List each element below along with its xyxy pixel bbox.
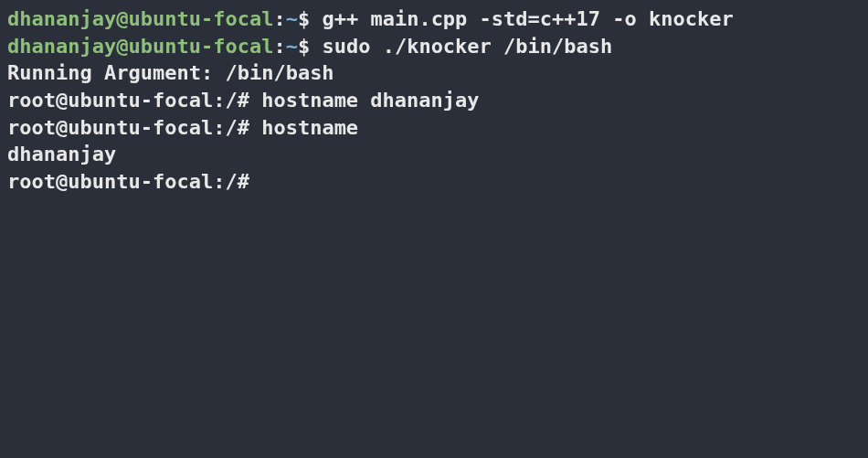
prompt-sigil: $ [298, 35, 310, 58]
prompt-root: root@ubuntu-focal:/# [7, 89, 249, 112]
prompt-root: root@ubuntu-focal:/# [7, 116, 249, 139]
prompt-at: @ [116, 35, 128, 58]
terminal-line[interactable]: dhananjay@ubuntu-focal:~$ sudo ./knocker… [7, 33, 861, 60]
prompt-at: @ [116, 7, 128, 30]
prompt-user: dhananjay [7, 7, 116, 30]
command-text: sudo ./knocker /bin/bash [322, 35, 612, 58]
prompt-colon: : [273, 7, 285, 30]
terminal-line[interactable]: root@ubuntu-focal:/# hostname [7, 114, 861, 142]
prompt-sigil: $ [298, 7, 310, 30]
terminal-line[interactable]: dhananjay@ubuntu-focal:~$ g++ main.cpp -… [7, 5, 861, 33]
terminal-line[interactable]: root@ubuntu-focal:/# hostname dhananjay [7, 87, 861, 114]
prompt-host: ubuntu-focal [128, 7, 273, 30]
command-text: g++ main.cpp -std=c++17 -o knocker [322, 7, 733, 30]
terminal-output: Running Argument: /bin/bash [7, 59, 861, 87]
terminal-output: dhananjay [7, 141, 861, 168]
prompt-root: root@ubuntu-focal:/# [7, 170, 249, 193]
command-text: hostname dhananjay [261, 89, 479, 112]
terminal-line[interactable]: root@ubuntu-focal:/# [7, 168, 861, 196]
prompt-colon: : [273, 35, 285, 58]
prompt-host: ubuntu-focal [128, 35, 273, 58]
command-text: hostname [261, 116, 358, 139]
prompt-user: dhananjay [7, 35, 116, 58]
prompt-path: ~ [286, 7, 298, 30]
prompt-path: ~ [286, 35, 298, 58]
